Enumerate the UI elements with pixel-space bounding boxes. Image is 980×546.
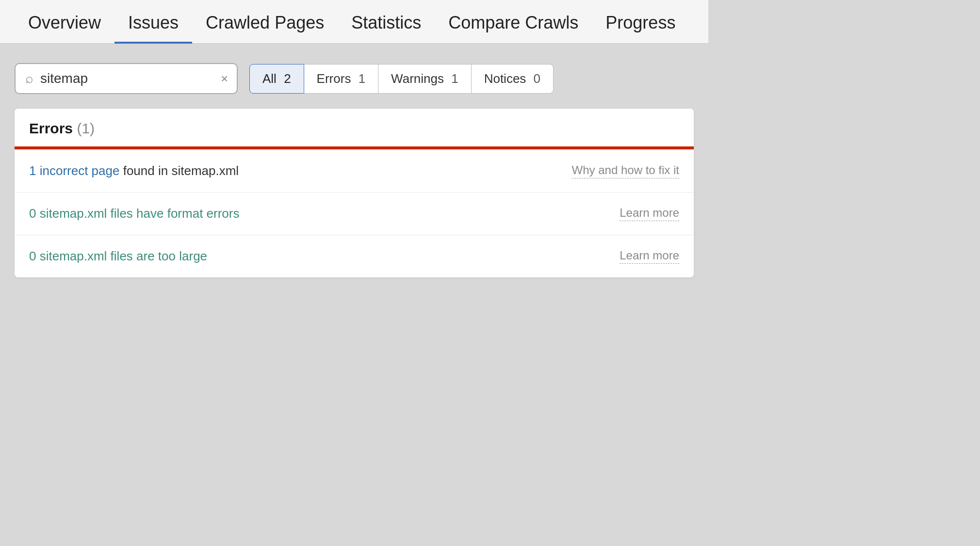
tab-issues[interactable]: Issues bbox=[114, 4, 192, 44]
issue-description: 0 sitemap.xml files have format errors bbox=[29, 206, 605, 221]
issue-row: 1 incorrect page found in sitemap.xml Wh… bbox=[15, 149, 694, 192]
filter-all-count: 2 bbox=[284, 71, 291, 86]
why-fix-link[interactable]: Why and how to fix it bbox=[572, 163, 679, 178]
filter-tab-errors[interactable]: Errors 1 bbox=[304, 64, 378, 94]
top-navigation: Overview Issues Crawled Pages Statistics… bbox=[0, 0, 708, 44]
filter-errors-count: 1 bbox=[359, 71, 365, 86]
clear-icon[interactable]: × bbox=[221, 71, 228, 86]
issue-link[interactable]: 0 sitemap.xml files are too large bbox=[29, 249, 207, 263]
issue-link[interactable]: 1 incorrect page bbox=[29, 163, 119, 178]
issue-description: 0 sitemap.xml files are too large bbox=[29, 249, 605, 264]
issue-link[interactable]: 0 sitemap.xml files have format errors bbox=[29, 206, 239, 221]
filter-all-label: All bbox=[262, 71, 277, 86]
tab-compare-crawls[interactable]: Compare Crawls bbox=[435, 4, 592, 44]
filter-warnings-label: Warnings bbox=[391, 71, 444, 86]
issue-rest-text: found in sitemap.xml bbox=[119, 163, 239, 178]
search-input[interactable] bbox=[40, 71, 214, 86]
learn-more-link[interactable]: Learn more bbox=[620, 249, 679, 264]
filter-errors-label: Errors bbox=[317, 71, 351, 86]
tab-crawled-pages[interactable]: Crawled Pages bbox=[192, 4, 338, 44]
search-filter-row: ⌕ × All 2 Errors 1 Warnings 1 Notices 0 bbox=[15, 63, 694, 94]
tab-overview[interactable]: Overview bbox=[15, 4, 114, 44]
filter-notices-label: Notices bbox=[484, 71, 526, 86]
filter-notices-count: 0 bbox=[534, 71, 540, 86]
errors-heading: Errors bbox=[29, 120, 73, 136]
filter-tab-all[interactable]: All 2 bbox=[249, 64, 304, 94]
issues-panel: Errors (1) 1 incorrect page found in sit… bbox=[15, 109, 694, 277]
search-icon: ⌕ bbox=[25, 71, 33, 86]
tab-statistics[interactable]: Statistics bbox=[338, 4, 435, 44]
filter-tab-notices[interactable]: Notices 0 bbox=[472, 64, 554, 94]
filter-warnings-count: 1 bbox=[451, 71, 458, 86]
errors-section-header: Errors (1) bbox=[15, 109, 694, 146]
filter-tab-warnings[interactable]: Warnings 1 bbox=[378, 64, 472, 94]
filter-tabs: All 2 Errors 1 Warnings 1 Notices 0 bbox=[249, 64, 554, 94]
issue-row: 0 sitemap.xml files are too large Learn … bbox=[15, 235, 694, 277]
learn-more-link[interactable]: Learn more bbox=[620, 206, 679, 221]
main-content: ⌕ × All 2 Errors 1 Warnings 1 Notices 0 bbox=[0, 44, 708, 297]
search-box: ⌕ × bbox=[15, 63, 238, 94]
issue-description: 1 incorrect page found in sitemap.xml bbox=[29, 163, 557, 178]
issue-row: 0 sitemap.xml files have format errors L… bbox=[15, 192, 694, 235]
tab-progress[interactable]: Progress bbox=[592, 4, 689, 44]
errors-count: (1) bbox=[77, 120, 95, 136]
